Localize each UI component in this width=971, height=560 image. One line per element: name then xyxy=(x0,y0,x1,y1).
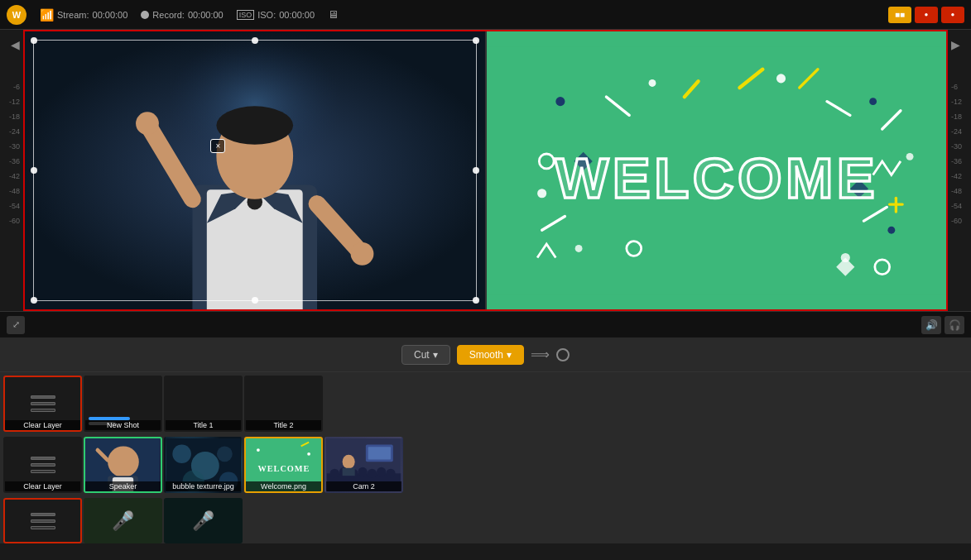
iso-stat: ISO ISO: 00:00:00 xyxy=(237,10,315,20)
preview-bottom-bar: ⤢ 🔊 🎧 xyxy=(0,311,971,337)
left-arrow[interactable]: ◀ xyxy=(11,38,20,51)
headphone-icon: 🎧 xyxy=(949,319,961,331)
welcome-svg: WELCOME WELCOME xyxy=(487,31,947,309)
record-red2-button[interactable]: ● xyxy=(941,7,964,23)
svg-point-64 xyxy=(377,467,386,476)
thumb-row-1: Clear Layer New Shot Title 1 Title 2 xyxy=(0,372,971,432)
svg-point-54 xyxy=(257,448,260,452)
svg-point-20 xyxy=(574,245,582,252)
thumb-title-1[interactable]: Title 1 xyxy=(164,376,243,432)
speaker-button[interactable]: 🔊 xyxy=(921,316,941,334)
smooth-chevron: ▾ xyxy=(507,349,512,361)
thumb-row-2: Clear Layer Speaker bubble te xyxy=(0,433,971,493)
cut-label: Cut xyxy=(414,349,430,361)
ruler-right-60: -60 xyxy=(951,213,962,228)
layer-icon-2 xyxy=(31,457,55,473)
smooth-label: Smooth xyxy=(469,349,503,361)
preview-left: × xyxy=(25,31,485,309)
title-1-label: Title 1 xyxy=(166,420,241,430)
ruler-right-48: -48 xyxy=(951,184,962,199)
expand-icon: ⤢ xyxy=(12,319,20,330)
smooth-button[interactable]: Smooth ▾ xyxy=(457,345,524,365)
ruler-label-30: -30 xyxy=(9,139,20,154)
ruler-right: ▶ -6 -12 -18 -24 -30 -36 -42 -48 -54 -60 xyxy=(948,30,971,311)
preview-left-content: × xyxy=(25,31,485,309)
ruler-label-54: -54 xyxy=(9,199,20,213)
thumb-title-2[interactable]: Title 2 xyxy=(244,376,323,432)
preview-area: × xyxy=(23,30,948,311)
topbar-controls: ■■ ● ● xyxy=(888,7,964,23)
title-2-label: Title 2 xyxy=(246,420,321,430)
welcome-label: Welcome.png xyxy=(246,481,321,491)
svg-point-14 xyxy=(555,97,565,106)
ruler-right-30: -30 xyxy=(951,139,962,154)
thumb-row-3: 🎤 🎤 xyxy=(0,495,971,543)
thumb-new-shot[interactable]: New Shot xyxy=(84,376,162,432)
stream-time: 00:00:00 xyxy=(93,10,128,20)
svg-point-18 xyxy=(906,153,913,160)
ruler-right-12: -12 xyxy=(951,94,962,109)
mic-white-icon: 🎤 xyxy=(192,510,214,532)
thumb-cam2[interactable]: Cam 2 xyxy=(324,437,403,493)
thumb-clear-layer-2[interactable]: Clear Layer xyxy=(3,437,82,493)
svg-point-12 xyxy=(351,242,374,266)
svg-point-16 xyxy=(776,74,785,83)
ruler-left: ◀ -6 -12 -18 -24 -30 -36 -42 -48 -54 -60 xyxy=(0,30,23,311)
thumb-welcome[interactable]: WELCOME Welcome.png xyxy=(244,437,323,493)
cut-button[interactable]: Cut ▾ xyxy=(401,345,450,365)
svg-point-49 xyxy=(217,446,233,462)
iso-label: ISO: xyxy=(257,10,276,20)
ruler-right-36: -36 xyxy=(951,154,962,169)
ruler-right-24: -24 xyxy=(951,124,962,139)
speaker-label: Speaker xyxy=(85,481,161,491)
svg-point-19 xyxy=(537,189,546,198)
mic-green-icon: 🎤 xyxy=(112,510,134,532)
monitor-icon: 🖥 xyxy=(328,8,339,21)
thumb-bubble-texture[interactable]: bubble texturre.jpg xyxy=(164,437,243,493)
svg-point-11 xyxy=(136,112,159,135)
ruler-label-36: -36 xyxy=(9,154,20,169)
svg-point-42 xyxy=(108,446,139,477)
stop-button[interactable]: ■■ xyxy=(888,7,911,23)
svg-point-22 xyxy=(887,227,895,234)
svg-point-17 xyxy=(869,98,877,105)
thumb-mic-white[interactable]: 🎤 xyxy=(164,498,243,543)
ruler-right-42: -42 xyxy=(951,169,962,184)
right-arrow[interactable]: ▶ xyxy=(951,38,960,51)
preview-right: WELCOME WELCOME xyxy=(487,31,947,309)
headphone-button[interactable]: 🎧 xyxy=(945,316,964,334)
svg-point-55 xyxy=(307,452,310,456)
layer-icon-1 xyxy=(31,395,55,412)
ruler-label-48: -48 xyxy=(9,184,20,199)
transition-arrow: ⟹ xyxy=(531,347,550,362)
ruler-right-54: -54 xyxy=(951,199,962,213)
ruler-label-60: -60 xyxy=(9,213,20,228)
record-label: Record: xyxy=(152,10,185,20)
svg-point-8 xyxy=(216,106,293,144)
ruler-label-24: -24 xyxy=(9,124,20,139)
svg-text:WELCOME: WELCOME xyxy=(555,146,878,210)
ruler-label-6: -6 xyxy=(13,79,20,94)
record-red-icon: ● xyxy=(925,11,929,18)
clear-layer-2-label: Clear Layer xyxy=(5,481,80,491)
preview-bottom-left: ⤢ xyxy=(7,316,25,334)
topbar: W 📶 Stream: 00:00:00 Record: 00:00:00 IS… xyxy=(0,0,971,30)
svg-rect-69 xyxy=(343,468,355,476)
thumb-speaker[interactable]: Speaker xyxy=(84,437,162,493)
svg-point-15 xyxy=(648,79,656,87)
stream-stat: 📶 Stream: 00:00:00 xyxy=(40,8,127,22)
expand-button[interactable]: ⤢ xyxy=(7,316,25,334)
svg-point-59 xyxy=(330,469,339,478)
ruler-right-6: -6 xyxy=(951,79,958,94)
iso-time: 00:00:00 xyxy=(279,10,315,20)
thumb-layer-bottom[interactable] xyxy=(3,498,82,543)
svg-point-63 xyxy=(368,469,377,478)
record-red-button[interactable]: ● xyxy=(915,7,938,23)
thumb-clear-layer-1[interactable]: Clear Layer xyxy=(3,376,82,432)
record-stat: Record: 00:00:00 xyxy=(141,10,223,20)
speaker-icon: 🔊 xyxy=(925,319,938,331)
thumb-mic-green[interactable]: 🎤 xyxy=(84,498,162,543)
record-red2-icon: ● xyxy=(951,11,955,18)
svg-point-68 xyxy=(343,455,355,469)
ruler-label-42: -42 xyxy=(9,169,20,184)
